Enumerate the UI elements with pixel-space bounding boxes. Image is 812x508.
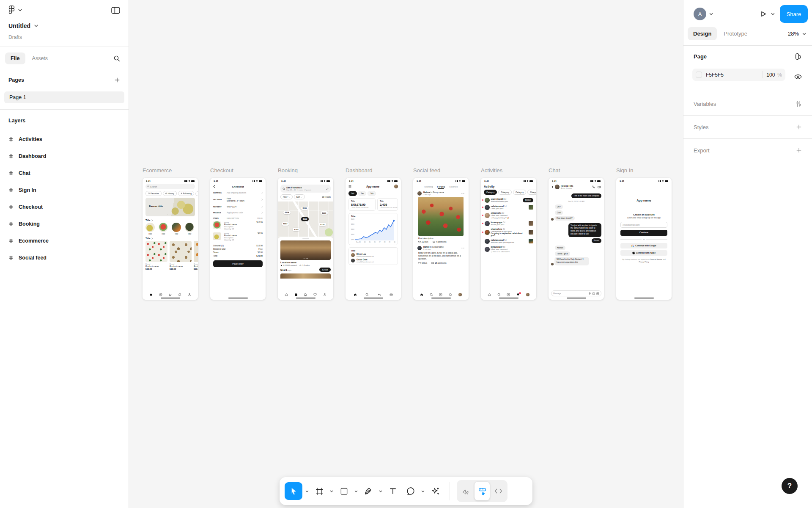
wallet-icon: [390, 293, 393, 296]
frame-label-checkout[interactable]: Checkout: [210, 167, 266, 173]
frame-social[interactable]: 9:41 Following For you Favorites Helena …: [413, 178, 469, 300]
frame-label-booking[interactable]: Booking: [278, 167, 333, 173]
layer-item-booking[interactable]: Booking: [0, 215, 129, 232]
checkout-row-payment: PAYMENT Visa *1234: [213, 204, 263, 210]
file-title[interactable]: Untitled: [8, 22, 30, 29]
booking-search-bar: San Francisco Sep 12 – 15 · 1 room · 2 g…: [280, 185, 331, 193]
opacity-value[interactable]: 100: [766, 72, 775, 78]
chat-bubble-received: Hmmm: [555, 246, 565, 250]
frame-ecommerce[interactable]: 9:41 Search Favorites History Following …: [143, 178, 198, 300]
home-icon: [285, 293, 288, 296]
activity-item: emberecho 2dLiked your commentHappy birt…: [481, 211, 536, 220]
tab-file[interactable]: File: [5, 52, 25, 64]
frame-checkout[interactable]: 9:41 Checkout SHIPPING Add shipping addr…: [210, 178, 266, 300]
user-avatar[interactable]: A: [694, 8, 706, 20]
move-tool-chevron-icon[interactable]: [305, 490, 309, 492]
frame-label-social[interactable]: Social feed: [413, 167, 469, 173]
pen-tool[interactable]: [361, 482, 376, 500]
design-canvas[interactable]: Ecommerce 9:41 Search Favorites History …: [129, 0, 683, 508]
chat-bubble-sent: This is the main chat template: [571, 193, 601, 198]
tab-design[interactable]: Design: [688, 27, 717, 40]
frame-label-dashboard[interactable]: Dashboard: [346, 167, 401, 173]
zoom-level[interactable]: 28%: [788, 30, 799, 37]
bell-icon: [178, 293, 181, 296]
frame-icon: [8, 188, 14, 193]
stat-card: Title 2,405 +33% month over month: [377, 198, 398, 211]
add-page-icon[interactable]: [114, 77, 120, 83]
color-swatch[interactable]: [696, 72, 702, 78]
tab-for-you: For you: [437, 185, 445, 188]
frame-label-signin[interactable]: Sign In: [616, 167, 672, 173]
checkout-row-delivery: DELIVERY FreeStandard | 3-4 days: [213, 196, 263, 204]
layer-item-signin[interactable]: Sign In: [0, 182, 129, 199]
add-style-icon[interactable]: [796, 124, 802, 130]
present-chevron-icon[interactable]: [771, 13, 775, 15]
avatar: [394, 185, 398, 188]
tab-assets[interactable]: Assets: [32, 55, 48, 61]
add-export-icon[interactable]: [796, 147, 802, 153]
layer-item-dashboard[interactable]: Dashboard: [0, 148, 129, 165]
annotate-tool[interactable]: [458, 482, 474, 500]
chat-bubble-received: Will head to the Help Center if I have m…: [554, 257, 589, 265]
tab-prototype[interactable]: Prototype: [724, 30, 747, 37]
frame-dashboard[interactable]: 9:41 App name Tab Tab Tab Title $45,678.…: [346, 178, 401, 300]
emoji-icon: [592, 292, 595, 295]
post-thumbnail: [529, 205, 533, 210]
frame-tool-chevron-icon[interactable]: [329, 490, 334, 492]
frame-label-activities[interactable]: Activities: [481, 167, 536, 173]
map-pin: $199: [301, 207, 308, 210]
layer-item-checkout[interactable]: Checkout: [0, 199, 129, 215]
shape-tool-chevron-icon[interactable]: [354, 490, 358, 492]
text-tool[interactable]: [385, 482, 401, 500]
layer-item-ecommerce[interactable]: Ecommerce: [0, 232, 129, 249]
account-chevron-icon[interactable]: [709, 13, 713, 15]
actions-tool[interactable]: [428, 482, 443, 500]
pen-tool-chevron-icon[interactable]: [379, 490, 383, 492]
frame-signin[interactable]: 9:41 App name Create an account Enter yo…: [616, 178, 672, 300]
present-icon[interactable]: [760, 11, 767, 17]
share-button[interactable]: Share: [780, 5, 808, 23]
cart-icon: [168, 293, 172, 296]
frame-label-chat[interactable]: Chat: [549, 167, 604, 173]
search-icon[interactable]: [113, 55, 120, 62]
frame-booking[interactable]: 9:41 San Francisco Sep 12 – 15 · 1 room …: [278, 178, 333, 300]
map-pin: $345: [293, 228, 300, 231]
color-hex-value[interactable]: F5F5F5: [706, 72, 762, 78]
variables-section-header: Variables: [694, 101, 716, 107]
sort-chip: Sort: [294, 194, 305, 199]
layer-item-socialfeed[interactable]: Social feed: [0, 249, 129, 266]
figma-logo-icon[interactable]: [8, 6, 15, 15]
shape-tool[interactable]: [336, 482, 351, 500]
variables-icon[interactable]: [796, 101, 802, 107]
dev-mode-tool[interactable]: [491, 482, 506, 500]
page-color-row[interactable]: F5F5F5 100 %: [692, 69, 785, 81]
layer-item-activities[interactable]: Activities: [0, 131, 129, 148]
home-icon: [488, 293, 491, 296]
cart-item: Brand Product name Description Quantity:…: [213, 220, 263, 231]
search-bar: Search: [145, 184, 195, 189]
visibility-eye-icon[interactable]: [794, 74, 802, 80]
post-thumbnail: [529, 239, 533, 243]
move-tool[interactable]: [285, 482, 302, 500]
comment-tool[interactable]: [403, 482, 418, 500]
toggle-sidebar-icon[interactable]: [111, 7, 120, 14]
comment-tool-chevron-icon[interactable]: [421, 490, 425, 492]
category-item: Title: [172, 223, 181, 235]
frame-tool[interactable]: [312, 482, 327, 500]
chart-card: Title $50K$45K$40K$35K$30K Nov 232425262…: [348, 213, 398, 245]
page-item-page1[interactable]: Page 1: [4, 91, 124, 103]
frame-chat[interactable]: 9:41 Helena HillsActive 11m ago This is …: [549, 178, 604, 300]
apply-styles-icon[interactable]: [795, 53, 802, 60]
layer-item-chat[interactable]: Chat: [0, 165, 129, 182]
zoom-chevron-icon[interactable]: [802, 33, 806, 35]
category-chip-active: Category: [484, 190, 497, 195]
frame-label-ecommerce[interactable]: Ecommerce: [143, 167, 198, 173]
frame-activities[interactable]: 9:41 Activity Category Category Category…: [481, 178, 536, 300]
new-post-icon: [439, 293, 442, 296]
file-title-chevron-icon[interactable]: [34, 25, 38, 27]
scribble-icon: [462, 488, 470, 494]
chevron-down-icon[interactable]: [18, 9, 22, 11]
measure-tool-active[interactable]: [475, 482, 490, 500]
text-icon: [389, 487, 397, 495]
help-button[interactable]: ?: [782, 478, 798, 494]
